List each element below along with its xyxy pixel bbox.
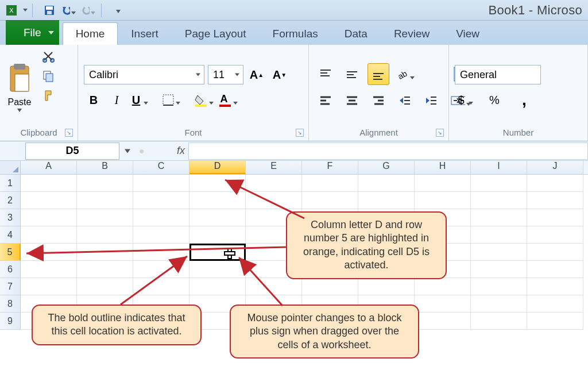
cell-C1[interactable] <box>133 175 189 192</box>
cell-J8[interactable] <box>527 295 583 313</box>
cell-I5[interactable] <box>471 244 527 261</box>
cell-J7[interactable] <box>527 278 583 295</box>
tab-page-layout[interactable]: Page Layout <box>172 22 260 45</box>
row-header-5[interactable]: 5 <box>0 244 21 261</box>
row-header-3[interactable]: 3 <box>0 209 21 226</box>
format-painter-icon[interactable] <box>39 86 57 105</box>
row-header-7[interactable]: 7 <box>0 278 21 295</box>
cell-J3[interactable] <box>527 209 583 226</box>
tab-insert[interactable]: Insert <box>118 22 172 45</box>
borders-icon[interactable] <box>162 90 181 110</box>
align-left-icon[interactable] <box>315 90 336 111</box>
col-header-G[interactable]: G <box>358 161 415 174</box>
font-launcher-icon[interactable]: ↘ <box>296 129 304 137</box>
tab-data[interactable]: Data <box>331 22 381 45</box>
tab-file[interactable]: File <box>6 20 59 45</box>
col-header-A[interactable]: A <box>21 161 77 174</box>
cell-H1[interactable] <box>415 175 471 192</box>
cell-F2[interactable] <box>302 192 358 209</box>
cell-I3[interactable] <box>471 209 527 226</box>
cell-B1[interactable] <box>77 175 133 192</box>
cell-J9[interactable] <box>527 313 583 330</box>
insert-function-icon[interactable]: fx <box>173 145 188 157</box>
cell-J4[interactable] <box>527 226 583 244</box>
underline-button[interactable]: U <box>130 90 149 110</box>
cell-E1[interactable] <box>246 175 302 192</box>
customize-qat-icon[interactable] <box>110 2 126 18</box>
cell-A6[interactable] <box>21 261 77 278</box>
cell-D6[interactable] <box>189 261 246 278</box>
cell-E2[interactable] <box>246 192 302 209</box>
cell-A2[interactable] <box>21 192 77 209</box>
paste-button[interactable]: Paste <box>3 61 36 113</box>
row-header-8[interactable]: 8 <box>0 295 21 313</box>
cell-J1[interactable] <box>527 175 583 192</box>
tab-review[interactable]: Review <box>381 22 443 45</box>
cell-J2[interactable] <box>527 192 583 209</box>
decrease-indent-icon[interactable] <box>394 90 416 111</box>
cell-D5[interactable] <box>189 244 246 261</box>
align-center-icon[interactable] <box>341 90 363 111</box>
undo-icon[interactable] <box>61 2 77 18</box>
cell-I6[interactable] <box>471 261 527 278</box>
cell-C7[interactable] <box>133 278 189 295</box>
cell-B3[interactable] <box>77 209 133 226</box>
cell-G1[interactable] <box>358 175 415 192</box>
select-all-corner[interactable] <box>0 161 21 174</box>
cell-A7[interactable] <box>21 278 77 295</box>
cell-B6[interactable] <box>77 261 133 278</box>
name-box[interactable]: D5 <box>25 142 119 160</box>
col-header-H[interactable]: H <box>415 161 471 174</box>
cell-I8[interactable] <box>471 295 527 313</box>
percent-format-icon[interactable]: % <box>485 90 504 110</box>
col-header-D[interactable]: D <box>189 161 246 174</box>
cell-A3[interactable] <box>21 209 77 226</box>
cell-B5[interactable] <box>77 244 133 261</box>
increase-indent-icon[interactable] <box>420 90 442 111</box>
tab-formulas[interactable]: Formulas <box>260 22 331 45</box>
col-header-B[interactable]: B <box>77 161 133 174</box>
row-header-6[interactable]: 6 <box>0 261 21 278</box>
cell-H7[interactable] <box>415 278 471 295</box>
col-header-F[interactable]: F <box>302 161 358 174</box>
save-icon[interactable] <box>41 2 57 18</box>
align-middle-icon[interactable] <box>341 63 363 85</box>
font-color-icon[interactable]: A <box>218 90 239 110</box>
cell-J5[interactable] <box>527 244 583 261</box>
comma-format-icon[interactable]: , <box>514 90 534 110</box>
cell-H9[interactable] <box>415 313 471 330</box>
row-header-9[interactable]: 9 <box>0 313 21 330</box>
cell-D2[interactable] <box>189 192 246 209</box>
cell-D4[interactable] <box>189 226 246 244</box>
cell-C6[interactable] <box>133 261 189 278</box>
cell-B2[interactable] <box>77 192 133 209</box>
row-header-2[interactable]: 2 <box>0 192 21 209</box>
cell-H2[interactable] <box>415 192 471 209</box>
col-header-E[interactable]: E <box>246 161 302 174</box>
accounting-format-icon[interactable]: $ <box>455 90 474 110</box>
align-bottom-icon[interactable] <box>368 63 389 85</box>
cell-I1[interactable] <box>471 175 527 192</box>
row-header-4[interactable]: 4 <box>0 226 21 244</box>
cell-I7[interactable] <box>471 278 527 295</box>
cell-A4[interactable] <box>21 226 77 244</box>
cell-H8[interactable] <box>415 295 471 313</box>
number-format-combo[interactable]: General <box>455 65 541 84</box>
cell-A5[interactable] <box>21 244 77 261</box>
col-header-J[interactable]: J <box>527 161 583 174</box>
tab-home[interactable]: Home <box>63 22 118 45</box>
formula-input[interactable] <box>188 142 588 160</box>
cell-I2[interactable] <box>471 192 527 209</box>
chevron-down-icon[interactable] <box>125 149 130 153</box>
copy-icon[interactable] <box>39 67 57 85</box>
align-right-icon[interactable] <box>368 90 389 111</box>
orientation-icon[interactable]: ab <box>394 63 416 85</box>
cell-D1[interactable] <box>189 175 246 192</box>
font-name-combo[interactable]: Calibri <box>84 65 204 84</box>
fill-color-icon[interactable] <box>194 90 215 110</box>
col-header-I[interactable]: I <box>471 161 527 174</box>
cell-J6[interactable] <box>527 261 583 278</box>
alignment-launcher-icon[interactable]: ↘ <box>436 129 444 137</box>
cell-C3[interactable] <box>133 209 189 226</box>
cell-D3[interactable] <box>189 209 246 226</box>
